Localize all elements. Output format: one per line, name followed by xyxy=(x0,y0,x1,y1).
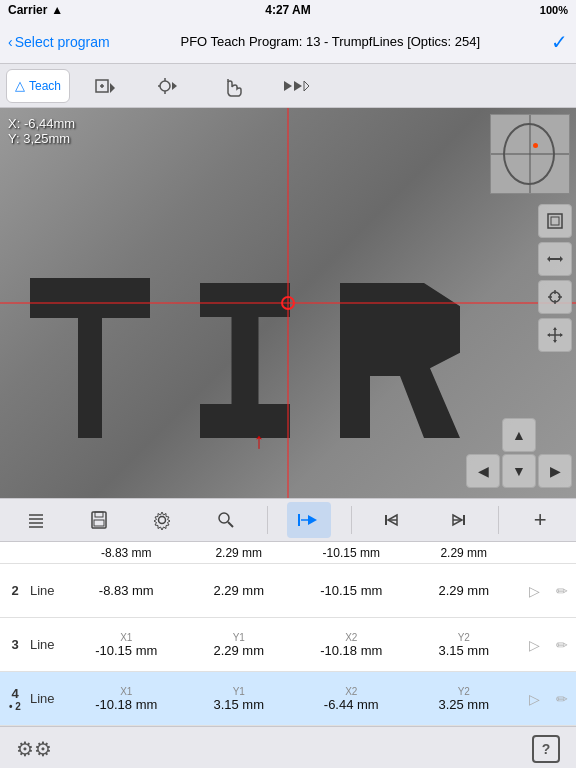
back-chevron-icon: ‹ xyxy=(8,34,13,50)
animate-button[interactable] xyxy=(138,69,198,103)
row-4-play-btn[interactable]: ▷ xyxy=(522,687,546,711)
row-3-play-btn[interactable]: ▷ xyxy=(522,633,546,657)
coord-y: Y: 3,25mm xyxy=(8,131,75,146)
svg-point-4 xyxy=(160,81,170,91)
right-controls xyxy=(538,204,572,352)
time-label: 4:27 AM xyxy=(265,3,311,17)
row-4-x1-label: X1 xyxy=(120,686,132,697)
arrow-left-button[interactable]: ◀ xyxy=(466,454,500,488)
list-button[interactable] xyxy=(14,502,58,538)
svg-marker-17 xyxy=(560,256,563,262)
crosshair-center xyxy=(281,296,295,310)
mini-dot xyxy=(533,143,538,148)
first-button[interactable] xyxy=(371,502,415,538)
add-point-button[interactable] xyxy=(74,69,134,103)
row-2-type: Line xyxy=(30,583,70,598)
hand-button[interactable] xyxy=(202,69,262,103)
nav-bar: ‹ Select program PFO Teach Program: 13 -… xyxy=(0,20,576,64)
table-row-highlighted: 4 • 2 Line X1 -10.18 mm Y1 3.15 mm X2 -6… xyxy=(0,672,576,726)
row-4-edit-btn[interactable]: ✏ xyxy=(550,687,574,711)
nav-title: PFO Teach Program: 13 - TrumpfLines [Opt… xyxy=(118,34,543,49)
settings-icon xyxy=(152,510,172,530)
list-icon xyxy=(26,510,46,530)
row-2-y1-cell: 2.29 mm xyxy=(183,581,296,600)
row-3-num: 3 xyxy=(0,637,30,652)
red-arrow-indicator: ↑ xyxy=(253,428,264,454)
save-button[interactable] xyxy=(77,502,121,538)
svg-marker-25 xyxy=(553,327,557,330)
skip-forward-icon xyxy=(282,75,310,97)
row-4-y2-cell: Y2 3.25 mm xyxy=(408,684,521,714)
row-2-num: 2 xyxy=(0,583,30,598)
status-bar: Carrier ▲ 4:27 AM 100% xyxy=(0,0,576,20)
move-button[interactable] xyxy=(538,242,572,276)
row-2-edit-btn[interactable]: ✏ xyxy=(550,579,574,603)
step-play-icon xyxy=(297,510,321,530)
row-4-x2-label: X2 xyxy=(345,686,357,697)
skip-forward-button[interactable] xyxy=(266,69,326,103)
footer-help-button[interactable]: ? xyxy=(532,735,560,763)
row-3-x1-label: X1 xyxy=(120,632,132,643)
first-icon xyxy=(383,510,403,530)
row-3-x1-value: -10.15 mm xyxy=(95,643,157,658)
row-4-num-text: 4 xyxy=(0,686,30,701)
crosshair-button[interactable] xyxy=(538,280,572,314)
search-button[interactable] xyxy=(204,502,248,538)
footer-settings-button[interactable]: ⚙⚙ xyxy=(16,737,52,761)
row-3-x2-label: X2 xyxy=(345,632,357,643)
carrier-label: Carrier xyxy=(8,3,47,17)
row-4-y1-cell: Y1 3.15 mm xyxy=(183,684,296,714)
row-3-type: Line xyxy=(30,637,70,652)
arrow-right-button[interactable]: ▶ xyxy=(538,454,572,488)
row-3-y2-cell: Y2 3.15 mm xyxy=(408,630,521,660)
partial-cell-3: -10.15 mm xyxy=(295,544,408,562)
step-play-button[interactable] xyxy=(287,502,331,538)
svg-marker-28 xyxy=(560,333,563,337)
toolbar-divider-1 xyxy=(267,506,268,534)
last-button[interactable] xyxy=(435,502,479,538)
row-3-x2-value: -10.18 mm xyxy=(320,643,382,658)
row-4-data: X1 -10.18 mm Y1 3.15 mm X2 -6.44 mm Y2 3… xyxy=(70,684,520,714)
arrow-controls: ▲ ◀ ▼ ▶ xyxy=(466,418,572,488)
pan-button[interactable] xyxy=(538,318,572,352)
hand-icon xyxy=(221,75,243,97)
row-2-x2-value: -10.15 mm xyxy=(320,583,382,598)
fullscreen-button[interactable] xyxy=(538,204,572,238)
row-3-edit-btn[interactable]: ✏ xyxy=(550,633,574,657)
row-3-y1-label: Y1 xyxy=(233,632,245,643)
row-3-y1-cell: Y1 2.29 mm xyxy=(183,630,296,660)
row-2-play-btn[interactable]: ▷ xyxy=(522,579,546,603)
row-2-x2-cell: -10.15 mm xyxy=(295,581,408,600)
back-button[interactable]: ‹ Select program xyxy=(8,34,110,50)
arrow-down-button[interactable]: ▼ xyxy=(502,454,536,488)
partial-cell-2: 2.29 mm xyxy=(183,544,296,562)
wifi-icon: ▲ xyxy=(51,3,63,17)
coord-x: X: -6,44mm xyxy=(8,116,75,131)
pan-icon xyxy=(546,326,564,344)
teach-button[interactable]: △ Teach xyxy=(6,69,70,103)
svg-marker-27 xyxy=(547,333,550,337)
last-icon xyxy=(447,510,467,530)
row-3-actions: ▷ ✏ xyxy=(520,633,576,657)
row-2-x1-value: -8.83 mm xyxy=(99,583,154,598)
data-table: -8.83 mm 2.29 mm -10.15 mm 2.29 mm 2 Lin… xyxy=(0,542,576,726)
nav-checkmark-button[interactable]: ✓ xyxy=(551,30,568,54)
partial-cell-1: -8.83 mm xyxy=(70,544,183,562)
svg-marker-16 xyxy=(547,256,550,262)
save-icon xyxy=(89,510,109,530)
arrow-up-button[interactable]: ▲ xyxy=(502,418,536,452)
move-icon xyxy=(546,250,564,268)
row-2-x1-cell: -8.83 mm xyxy=(70,581,183,600)
arrow-empty-1 xyxy=(466,418,500,452)
svg-point-36 xyxy=(159,517,166,524)
add-button[interactable]: + xyxy=(518,502,562,538)
checkmark-icon: ✓ xyxy=(551,31,568,53)
row-4-y2-label: Y2 xyxy=(458,686,470,697)
add-point-icon xyxy=(93,75,115,97)
table-row: 3 Line X1 -10.15 mm Y1 2.29 mm X2 -10.18… xyxy=(0,618,576,672)
toolbar-divider-3 xyxy=(498,506,499,534)
row-4-y1-value: 3.15 mm xyxy=(213,697,264,712)
settings-button[interactable] xyxy=(140,502,184,538)
row-4-x2-value: -6.44 mm xyxy=(324,697,379,712)
coordinates-overlay: X: -6,44mm Y: 3,25mm xyxy=(8,116,75,146)
